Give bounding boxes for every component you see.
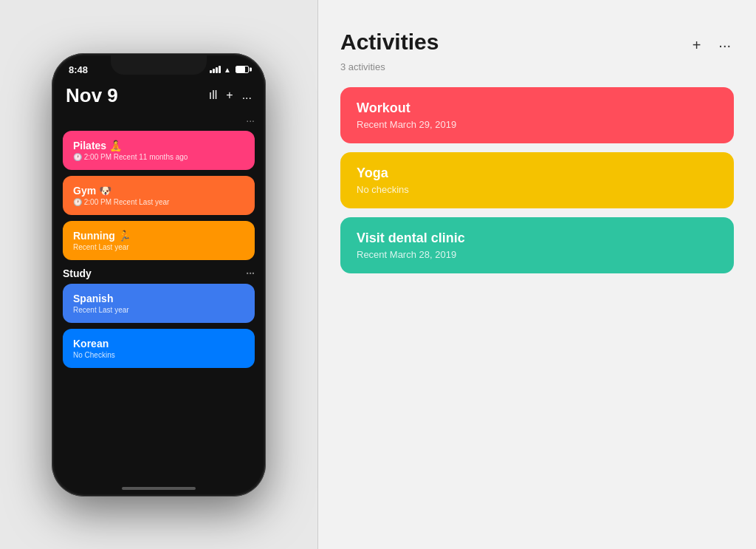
home-indicator[interactable]	[122, 487, 196, 490]
activities-count: 3 activities	[340, 61, 734, 72]
wifi-icon: ▲	[224, 66, 231, 74]
activity-title: Gym 🐶	[73, 185, 244, 197]
phone-notch	[111, 55, 207, 75]
app-content: ··· Pilates 🧘 🕐 2:00 PM Recent 11 months…	[54, 112, 264, 377]
activity-title: Visit dental clinic	[357, 231, 718, 246]
activity-meta: Recent Last year	[73, 306, 244, 314]
activity-title: Korean	[73, 338, 244, 349]
page-title: Activities	[340, 30, 439, 55]
chart-icon[interactable]: ıll	[209, 89, 218, 102]
header-actions: + ···	[690, 34, 734, 57]
activity-subtitle: Recent March 29, 2019	[357, 119, 718, 130]
activity-subtitle: No checkins	[357, 184, 718, 195]
section-title: Study	[63, 267, 92, 279]
phone-section: 8:48 ▲	[0, 0, 317, 549]
add-activity-button[interactable]: +	[690, 34, 704, 57]
section-dots[interactable]: ···	[246, 267, 255, 279]
app-container: 8:48 ▲	[0, 0, 756, 549]
phone-screen: 8:48 ▲	[54, 55, 264, 494]
activity-title: Yoga	[357, 166, 718, 181]
add-icon[interactable]: +	[226, 89, 233, 102]
activity-title: Pilates 🧘	[73, 140, 244, 151]
activity-meta: 🕐 2:00 PM Recent Last year	[73, 198, 244, 206]
signal-icon	[210, 66, 221, 73]
activity-meta: 🕐 2:00 PM Recent 11 months ago	[73, 153, 244, 161]
activities-section: Activities + ··· 3 activities Workout Re…	[318, 0, 756, 549]
more-options-button[interactable]: ···	[715, 34, 734, 57]
activity-meta: Recent Last year	[73, 243, 244, 251]
status-time: 8:48	[69, 64, 88, 75]
activities-header: Activities + ···	[340, 30, 734, 57]
app-header: Nov 9 ıll + ...	[54, 78, 264, 112]
phone-device: 8:48 ▲	[52, 53, 266, 497]
list-item[interactable]: Spanish Recent Last year	[63, 284, 255, 323]
activity-title: Running 🏃	[73, 230, 244, 242]
list-item[interactable]: Visit dental clinic Recent March 28, 201…	[340, 217, 734, 273]
activity-meta: No Checkins	[73, 351, 244, 359]
more-icon[interactable]: ...	[242, 89, 252, 102]
list-item[interactable]: Gym 🐶 🕐 2:00 PM Recent Last year	[63, 176, 255, 215]
title-block: Activities	[340, 30, 439, 55]
list-item[interactable]: Workout Recent March 29, 2019	[340, 87, 734, 143]
battery-icon	[236, 66, 249, 73]
status-icons: ▲	[210, 66, 249, 74]
list-item[interactable]: Running 🏃 Recent Last year	[63, 221, 255, 260]
section-header-study: Study ···	[63, 267, 255, 279]
activity-title: Workout	[357, 100, 718, 116]
list-item[interactable]: Korean No Checkins	[63, 329, 255, 368]
category-dots-fitness[interactable]: ···	[63, 115, 255, 126]
activity-title: Spanish	[73, 293, 244, 304]
list-item[interactable]: Yoga No checkins	[340, 152, 734, 208]
activity-subtitle: Recent March 28, 2019	[357, 249, 718, 260]
app-date: Nov 9	[66, 84, 118, 107]
header-icons: ıll + ...	[209, 89, 252, 102]
list-item[interactable]: Pilates 🧘 🕐 2:00 PM Recent 11 months ago	[63, 131, 255, 170]
